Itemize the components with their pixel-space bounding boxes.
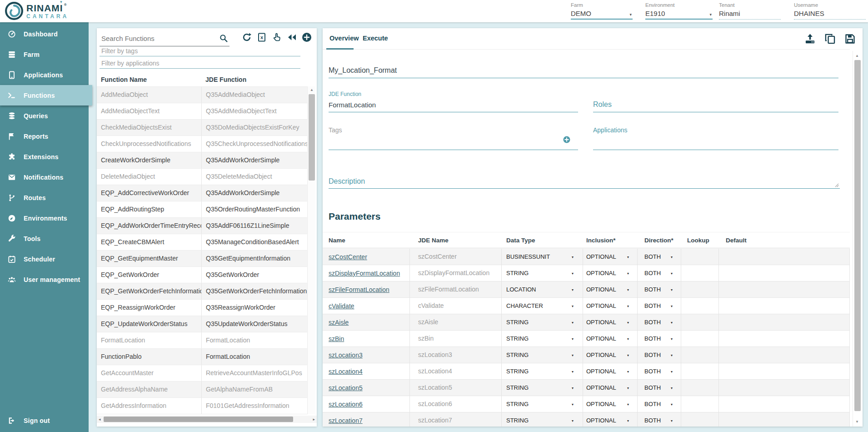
param-lookup-cell[interactable] [681,249,719,265]
param-lookup-cell[interactable] [681,412,719,427]
param-inclusion-select[interactable]: OPTIONAL▾ [583,265,638,281]
scroll-down-arrow-icon[interactable]: ▼ [853,420,861,424]
tab-execute[interactable]: Execute [363,35,388,42]
param-inclusion-select[interactable]: OPTIONAL▾ [583,281,638,298]
sidebar-item-queries[interactable]: Queries [0,105,89,126]
sidebar-item-reports[interactable]: Reports [0,126,89,146]
param-data-type-select[interactable]: STRING▾ [502,331,583,347]
param-inclusion-select[interactable]: OPTIONAL▾ [583,412,638,427]
scrollbar-thumb[interactable] [854,60,861,411]
param-name-link[interactable]: szLocation7 [329,417,363,424]
function-list-row[interactable]: EQP_AddCorrectiveWorkOrderQ35AddWorkOrde… [97,185,307,201]
sidebar-item-tools[interactable]: Tools [0,228,89,249]
param-name-link[interactable]: szLocation4 [329,368,363,375]
param-inclusion-select[interactable]: OPTIONAL▾ [583,347,638,363]
resize-handle-icon[interactable] [835,183,839,187]
function-list-row[interactable]: AddMediaObjectQ35AddMediaObject [97,87,307,103]
save-icon[interactable] [844,33,856,45]
sidebar-item-scheduler[interactable]: Scheduler [0,249,89,269]
param-lookup-cell[interactable] [681,396,719,412]
add-function-icon[interactable] [301,32,312,43]
param-inclusion-select[interactable]: OPTIONAL▾ [583,396,638,412]
field-value[interactable]: DHAINES [794,10,866,17]
param-data-type-select[interactable]: CHARACTER▾ [502,298,583,314]
sidebar-item-environments[interactable]: Environments [0,208,89,228]
param-name-link[interactable]: szLocation3 [329,352,363,359]
param-default-cell[interactable] [719,281,850,298]
header-field-environment[interactable]: EnvironmentE1910▾ [645,2,713,20]
field-value[interactable]: Rinami [719,10,781,17]
param-inclusion-select[interactable]: OPTIONAL▾ [583,363,638,380]
param-default-cell[interactable] [719,412,850,427]
function-list-row[interactable]: GetAccountMasterRetrieveAccountMasterInf… [97,365,307,382]
function-list-row[interactable]: EQP_ReassignWorkOrderQ35ReassignWorkOrde… [97,300,307,316]
copy-icon[interactable] [824,33,836,45]
param-inclusion-select[interactable]: OPTIONAL▾ [583,314,638,331]
function-list-row[interactable]: EQP_CreateCBMAlertQ35ManageConditionBase… [97,234,307,251]
param-data-type-select[interactable]: STRING▾ [502,412,583,427]
field-value[interactable]: DEMO [571,10,633,17]
sidebar-item-extensions[interactable]: Extensions [0,146,89,167]
detail-vertical-scrollbar[interactable]: ▲ ▼ [853,51,861,427]
function-list-row[interactable]: EQP_GetEquipmentMasterQ35GetEquipmentInf… [97,251,307,267]
function-list-row[interactable]: CheckMediaObjectsExistQ35DoMediaObjectsE… [97,120,307,136]
param-name-link[interactable]: szDisplayFormatLocation [329,270,400,277]
param-default-cell[interactable] [719,314,850,331]
param-inclusion-select[interactable]: OPTIONAL▾ [583,249,638,265]
function-list-row[interactable]: CheckUnprocessedNotificationsQ35CheckUnp… [97,136,307,152]
hand-select-icon[interactable] [271,32,282,43]
function-list-row[interactable]: FunctionPabloFormatLocation [97,349,307,365]
param-lookup-cell[interactable] [681,380,719,396]
description-field[interactable]: Description [329,169,840,189]
param-name-link[interactable]: szBin [329,335,344,342]
param-default-cell[interactable] [719,265,850,281]
scroll-up-arrow-icon[interactable]: ▲ [853,54,861,58]
scrollbar-thumb[interactable] [104,417,293,422]
sidebar-item-functions[interactable]: Functions [0,85,92,105]
filter-by-applications-input[interactable]: Filter by applications [100,59,300,69]
function-list-row[interactable]: EQP_GetWorkOrderQ35GetWorkOrder [97,267,307,283]
param-inclusion-select[interactable]: OPTIONAL▾ [583,298,638,314]
param-direction-select[interactable]: BOTH▾ [638,281,681,298]
param-data-type-select[interactable]: STRING▾ [502,314,583,331]
param-default-cell[interactable] [719,380,850,396]
sidebar-item-applications[interactable]: Applications [0,65,89,85]
scrollbar-thumb[interactable] [309,94,315,181]
function-list-vertical-scrollbar[interactable]: ▲ [307,86,315,414]
header-field-username[interactable]: UsernameDHAINES [794,2,866,20]
param-data-type-select[interactable]: STRING▾ [502,396,583,412]
param-name-link[interactable]: szLocation6 [329,401,363,408]
refresh-icon[interactable] [241,32,252,43]
param-lookup-cell[interactable] [681,314,719,331]
function-list-row[interactable]: EQP_AddWorkOrderTimeEntryRecordQ35AddF06… [97,218,307,234]
param-direction-select[interactable]: BOTH▾ [638,314,681,331]
param-default-cell[interactable] [719,396,850,412]
param-direction-select[interactable]: BOTH▾ [638,396,681,412]
function-list-row[interactable]: AddMediaObjectTextQ35AddMediaObjectText [97,103,307,120]
sidebar-item-user-management[interactable]: User management [0,269,89,290]
sign-out-button[interactable]: Sign out [0,411,89,430]
function-list-row[interactable]: CreateWorkOrderSimpleQ35AddWorkOrderSimp… [97,152,307,169]
param-data-type-select[interactable]: STRING▾ [502,347,583,363]
param-inclusion-select[interactable]: OPTIONAL▾ [583,331,638,347]
sidebar-item-notifications[interactable]: Notifications [0,167,89,187]
param-name-link[interactable]: szCostCenter [329,253,367,261]
function-list-row[interactable]: GetAddressAlphaNameGetAlphaNameFromAB [97,382,307,398]
param-default-cell[interactable] [719,331,850,347]
param-data-type-select[interactable]: STRING▾ [502,380,583,396]
param-direction-select[interactable]: BOTH▾ [638,249,681,265]
function-name-field[interactable]: My_Location_Format [329,65,838,78]
param-data-type-select[interactable]: STRING▾ [502,363,583,380]
param-default-cell[interactable] [719,363,850,380]
function-list-row[interactable]: GetAddressInformationF0101GetAddressInfo… [97,398,307,414]
param-default-cell[interactable] [719,298,850,314]
param-direction-select[interactable]: BOTH▾ [638,380,681,396]
sidebar-item-dashboard[interactable]: Dashboard [0,24,89,44]
excel-export-icon[interactable]: x [256,32,267,43]
param-direction-select[interactable]: BOTH▾ [638,331,681,347]
param-name-link[interactable]: szFileFormatLocation [329,286,389,293]
search-functions-input[interactable]: Search Functions [100,31,229,46]
function-list-row[interactable]: EQP_UpdateWorkOrderStatusQ35UpdateWorkOr… [97,316,307,332]
param-data-type-select[interactable]: BUSINESSUNIT▾ [502,249,583,265]
param-default-cell[interactable] [719,249,850,265]
